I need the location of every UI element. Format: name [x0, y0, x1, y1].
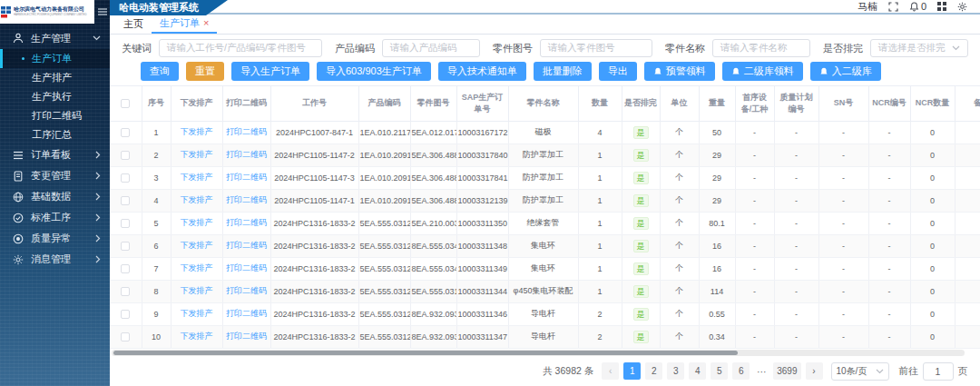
cell: 2024HPC1007-847-1: [270, 121, 358, 144]
dispatch-link[interactable]: 下发排产: [171, 234, 222, 257]
dispatch-link[interactable]: 下发排产: [171, 257, 222, 280]
cell: 6: [142, 234, 171, 257]
notification-bell-icon[interactable]: 0: [909, 1, 926, 12]
tab-close-icon[interactable]: ×: [203, 18, 209, 28]
批量删除-button[interactable]: 批量删除: [534, 62, 592, 81]
print-qrcode-link[interactable]: 打印二维码: [222, 189, 270, 212]
cell: 1: [142, 121, 171, 144]
导出-button[interactable]: 导出: [599, 62, 637, 81]
row-checkbox[interactable]: [121, 264, 130, 273]
预警领料-button[interactable]: 预警领料: [644, 62, 715, 81]
column-header-零件图号: 零件图号: [410, 86, 456, 121]
导入技术通知单-button[interactable]: 导入技术通知单: [438, 62, 526, 81]
sidebar-subitem-打印二维码[interactable]: 打印二维码: [0, 106, 110, 125]
filter-label: 零件图号: [493, 42, 533, 55]
page-button-4[interactable]: 4: [689, 362, 706, 380]
filter-input[interactable]: 请输入零件图号: [540, 39, 652, 57]
row-checkbox[interactable]: [121, 310, 130, 319]
column-header-序号: 序号: [142, 86, 171, 121]
print-qrcode-link[interactable]: 打印二维码: [222, 302, 270, 325]
select-all-checkbox[interactable]: [121, 99, 130, 108]
sidebar-item-生产管理[interactable]: 生产管理: [0, 27, 110, 49]
print-qrcode-link[interactable]: 打印二维码: [222, 166, 270, 189]
dispatch-link[interactable]: 下发排产: [171, 280, 222, 302]
导入603/903生产订单-button[interactable]: 导入603/903生产订单: [317, 62, 431, 81]
dispatch-link[interactable]: 下发排产: [171, 189, 222, 212]
check-circle-icon: [13, 213, 24, 223]
print-qrcode-link[interactable]: 打印二维码: [222, 144, 270, 166]
next-page-button[interactable]: ›: [806, 362, 823, 380]
print-qrcode-link[interactable]: 打印二维码: [222, 280, 270, 302]
row-checkbox[interactable]: [121, 287, 130, 296]
dispatch-link[interactable]: 下发排产: [171, 212, 222, 234]
查询-button[interactable]: 查询: [141, 62, 179, 81]
重置-button[interactable]: 重置: [186, 62, 224, 81]
row-checkbox[interactable]: [121, 151, 130, 160]
row-checkbox[interactable]: [121, 196, 130, 205]
prev-page-button[interactable]: ‹: [602, 362, 619, 380]
cell: 10003311349: [456, 257, 508, 280]
入二级库-button[interactable]: 入二级库: [810, 62, 881, 81]
cell: 9: [142, 302, 171, 325]
apps-grid-icon[interactable]: [937, 2, 946, 11]
dispatch-link[interactable]: 下发排产: [171, 144, 222, 166]
print-qrcode-link[interactable]: 打印二维码: [222, 212, 270, 234]
row-checkbox[interactable]: [121, 332, 130, 341]
fullscreen-icon[interactable]: [888, 2, 898, 12]
page-button-6[interactable]: 6: [732, 362, 750, 380]
sidebar-collapse-button[interactable]: [94, 0, 110, 24]
sidebar-subitem-工序汇总[interactable]: 工序汇总: [0, 125, 110, 144]
sidebar-item-基础数据[interactable]: 基础数据: [0, 186, 110, 207]
sidebar-item-订单看板[interactable]: 订单看板: [0, 144, 110, 165]
page-button-2[interactable]: 2: [645, 362, 662, 380]
topbar: 哈电动装管理系统 马楠 0: [110, 0, 980, 15]
filter-label: 是否排完: [823, 42, 863, 55]
cell: 3: [142, 166, 171, 189]
settings-gear-icon[interactable]: [957, 2, 967, 12]
print-qrcode-link[interactable]: 打印二维码: [222, 234, 270, 257]
sidebar-item-标准工序[interactable]: 标准工序: [0, 207, 110, 228]
more-pages-icon[interactable]: ···: [754, 366, 769, 377]
print-qrcode-link[interactable]: 打印二维码: [222, 257, 270, 280]
page-size-select[interactable]: 10条/页: [831, 362, 889, 381]
filter-input[interactable]: 请输入工作号/产品编码/零件图号: [159, 39, 322, 57]
sidebar-subitem-生产排产[interactable]: 生产排产: [0, 68, 110, 87]
scrollbar-thumb[interactable]: [113, 351, 738, 355]
filter-input[interactable]: 请输入产品编码: [382, 39, 480, 57]
dispatch-link[interactable]: 下发排产: [171, 325, 222, 348]
sidebar-item-变更管理[interactable]: 变更管理: [0, 165, 110, 186]
row-checkbox[interactable]: [121, 173, 130, 183]
cell: 2024HPC1316-1833-2: [270, 280, 358, 302]
cell: 5EA.555.0312: [358, 257, 410, 280]
sidebar-subitem-生产订单[interactable]: 生产订单: [0, 49, 110, 68]
horizontal-scrollbar[interactable]: [112, 350, 965, 356]
sidebar-subitem-生产执行[interactable]: 生产执行: [0, 87, 110, 106]
tab-主页[interactable]: 主页: [115, 15, 152, 34]
goto-page-input[interactable]: 1: [923, 362, 954, 381]
row-checkbox[interactable]: [121, 128, 130, 137]
button-label: 预警领料: [666, 64, 706, 78]
导入生产订单-button[interactable]: 导入生产订单: [231, 62, 309, 81]
sidebar-item-质量异常[interactable]: 质量异常: [0, 228, 110, 249]
user-name[interactable]: 马楠: [858, 0, 877, 14]
二级库领料-button[interactable]: 二级库领料: [722, 62, 803, 81]
dispatch-link[interactable]: 下发排产: [171, 166, 222, 189]
row-checkbox[interactable]: [121, 242, 130, 251]
cell: 2024HPC1316-1833-2: [270, 234, 358, 257]
print-qrcode-link[interactable]: 打印二维码: [222, 121, 270, 144]
page-button-5[interactable]: 5: [710, 362, 728, 380]
scheduled-tag: 是: [622, 121, 660, 144]
print-qrcode-link[interactable]: 打印二维码: [222, 325, 270, 348]
filter-input[interactable]: 请输入零件名称: [712, 39, 810, 57]
tab-生产订单[interactable]: 生产订单×: [152, 15, 217, 34]
dispatch-link[interactable]: 下发排产: [171, 121, 222, 144]
filter-零件名称: 零件名称请输入零件名称: [665, 39, 810, 57]
sidebar-item-消息管理[interactable]: 消息管理: [0, 249, 110, 270]
page-button-3699[interactable]: 3699: [773, 362, 800, 380]
row-checkbox[interactable]: [121, 219, 130, 228]
cell: 磁极: [508, 121, 578, 144]
filter-select[interactable]: 请选择是否排完: [870, 39, 968, 57]
page-button-1[interactable]: 1: [623, 362, 641, 380]
dispatch-link[interactable]: 下发排产: [171, 302, 222, 325]
page-button-3[interactable]: 3: [667, 362, 684, 380]
